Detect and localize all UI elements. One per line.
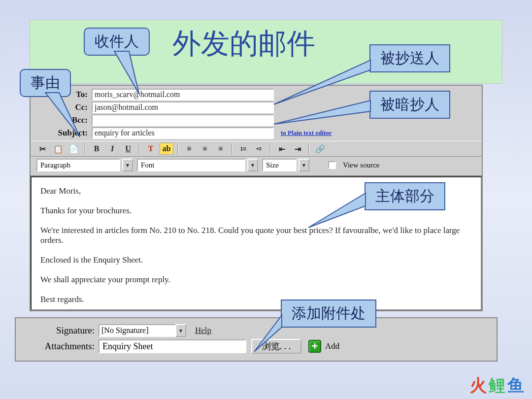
callout-text: 事由	[31, 73, 60, 93]
font-select[interactable]	[137, 159, 245, 171]
separator	[270, 143, 271, 155]
subject-input[interactable]	[92, 127, 274, 139]
separator	[308, 143, 309, 155]
selector-row: ▼ ▼ ▼ View source	[31, 157, 482, 176]
help-link[interactable]: Help	[195, 326, 211, 335]
copy-icon[interactable]: 📋	[51, 143, 65, 155]
svg-marker-4	[308, 193, 366, 228]
link-icon[interactable]: 🔗	[313, 143, 327, 155]
formatting-toolbar: ✂ 📋 📄 B I U T ab ≡ ≡ ≡ 1≡ •≡ ⇤ ⇥ 🔗	[31, 141, 482, 157]
cc-input[interactable]	[92, 101, 274, 113]
callout-text: 被抄送人	[380, 48, 439, 68]
separator	[139, 143, 140, 155]
svg-marker-2	[274, 60, 370, 104]
unordered-list-icon[interactable]: •≡	[252, 143, 266, 155]
svg-marker-3	[274, 100, 370, 124]
signature-label: Signature:	[20, 325, 99, 336]
svg-marker-0	[114, 51, 139, 94]
italic-button[interactable]: I	[105, 143, 119, 155]
callout-reason: 事由	[20, 69, 71, 97]
dropdown-icon[interactable]: ▼	[299, 159, 309, 171]
view-source-label: View source	[343, 161, 380, 169]
dropdown-icon[interactable]: ▼	[247, 159, 258, 171]
callout-text: 收件人	[95, 32, 139, 52]
view-source-checkbox[interactable]	[328, 161, 336, 169]
dropdown-icon[interactable]: ▼	[175, 324, 186, 337]
watermark: 火鲤鱼	[470, 374, 526, 397]
attachments-label: Attachments:	[20, 341, 99, 352]
plain-text-link[interactable]: to Plain text editor	[281, 129, 332, 137]
svg-marker-1	[45, 93, 80, 137]
paragraph-select[interactable]	[36, 159, 120, 171]
add-label: Add	[325, 341, 339, 351]
separator	[232, 143, 233, 155]
outdent-icon[interactable]: ⇤	[275, 143, 289, 155]
callout-recipient: 收件人	[84, 28, 150, 56]
align-left-icon[interactable]: ≡	[182, 143, 196, 155]
callout-text: 被暗抄人	[380, 95, 439, 115]
paste-icon[interactable]: 📄	[67, 143, 81, 155]
signature-select[interactable]	[99, 324, 177, 337]
separator	[177, 143, 178, 155]
callout-attachment: 添加附件处	[281, 299, 376, 328]
separator	[85, 143, 86, 155]
bold-button[interactable]: B	[90, 143, 103, 155]
dropdown-icon[interactable]: ▼	[122, 159, 133, 171]
callout-body: 主体部分	[365, 182, 445, 210]
cut-icon[interactable]: ✂	[35, 143, 49, 155]
callout-bcc: 被暗抄人	[369, 91, 450, 119]
size-select[interactable]	[262, 159, 297, 171]
underline-button[interactable]: U	[121, 143, 135, 155]
ordered-list-icon[interactable]: 1≡	[236, 143, 250, 155]
callout-text: 添加附件处	[292, 303, 366, 324]
align-right-icon[interactable]: ≡	[214, 143, 228, 155]
font-color-icon[interactable]: T	[144, 143, 158, 155]
callout-cc: 被抄送人	[369, 44, 450, 72]
callout-text: 主体部分	[375, 186, 434, 206]
svg-marker-5	[254, 315, 282, 352]
align-center-icon[interactable]: ≡	[198, 143, 212, 155]
highlight-icon[interactable]: ab	[160, 143, 173, 155]
attachment-input[interactable]	[99, 339, 246, 353]
add-icon[interactable]: +	[308, 340, 321, 353]
page-title: 外发的邮件	[172, 25, 315, 63]
bcc-input[interactable]	[92, 114, 274, 126]
indent-icon[interactable]: ⇥	[291, 143, 304, 155]
